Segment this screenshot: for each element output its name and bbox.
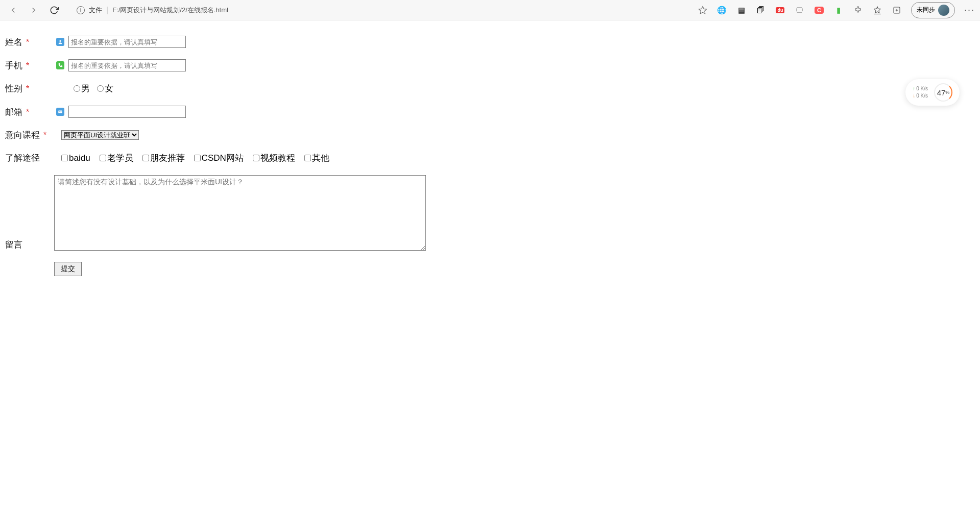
row-submit: 提交 [5,262,975,276]
address-url: F:/网页设计与网站规划/2/在线报名.html [112,6,228,15]
radio-female-label[interactable]: 女 [97,83,113,94]
radio-male-label[interactable]: 男 [74,83,90,94]
ext-icon-7[interactable]: ▮ [833,5,844,15]
svg-point-6 [59,40,61,42]
ext-icon-5[interactable]: 🖵 [795,5,805,15]
network-widget[interactable]: 0 K/s 0 K/s 47% [905,79,960,106]
ext-icon-3[interactable]: 🗐 [756,5,766,15]
profile-sync-button[interactable]: 未同步 [911,2,955,18]
ext-icon-1[interactable]: 🌐 [717,5,727,15]
favorites-icon[interactable] [872,5,882,15]
address-bar[interactable]: i 文件 | F:/网页设计与网站规划/2/在线报名.html [77,6,228,15]
avatar-icon [938,5,949,16]
row-phone: 手机 * [5,59,975,71]
address-type-label: 文件 [89,6,102,15]
upload-speed: 0 K/s [913,85,928,92]
phone-icon [56,61,64,69]
forward-button[interactable] [26,2,42,18]
collections-icon[interactable] [892,5,902,15]
row-course: 意向课程 * 网页平面UI设计就业班 [5,129,975,141]
user-icon [56,38,64,46]
course-select[interactable]: 网页平面UI设计就业班 [61,130,139,140]
download-speed: 0 K/s [913,92,928,100]
chk-baidu[interactable]: baidu [61,153,90,163]
network-stats: 0 K/s 0 K/s [913,85,928,100]
svg-marker-0 [699,6,706,13]
chk-video[interactable]: 视频教程 [253,152,295,164]
sync-label: 未同步 [917,6,935,14]
radio-male[interactable] [74,85,80,92]
row-gender: 性别 * 男 女 [5,83,975,94]
label-message: 留言 [5,239,56,251]
reload-button[interactable] [46,2,62,18]
more-menu-icon[interactable]: ··· [964,5,975,15]
row-message: 留言 [5,175,975,251]
chk-csdn[interactable]: CSDN网站 [194,152,244,164]
info-icon: i [77,6,85,14]
chk-other[interactable]: 其他 [304,152,329,164]
ext-icon-4[interactable]: du [775,5,785,15]
label-gender: 性别 * [5,83,56,94]
svg-marker-1 [874,7,880,13]
browser-toolbar: i 文件 | F:/网页设计与网站规划/2/在线报名.html 🌐 ▦ 🗐 du… [0,0,980,20]
chk-friend[interactable]: 朋友推荐 [142,152,185,164]
usage-percent: 47% [934,83,952,102]
submit-button[interactable]: 提交 [54,262,82,276]
toolbar-actions: 🌐 ▦ 🗐 du 🖵 C ▮ 未同步 ··· [698,2,975,18]
message-textarea[interactable] [54,175,426,251]
ext-icon-6[interactable]: C [814,5,824,15]
back-button[interactable] [5,2,21,18]
row-source: 了解途径 baidu 老学员 朋友推荐 CSDN网站 视频教程 其他 [5,152,975,164]
extensions-icon[interactable] [853,5,863,15]
favorite-icon[interactable] [698,5,708,15]
label-source: 了解途径 [5,152,56,164]
label-phone: 手机 * [5,60,56,71]
label-course: 意向课程 * [5,129,56,141]
email-input[interactable] [68,106,186,118]
phone-input[interactable] [68,59,186,71]
row-name: 姓名 * [5,36,975,48]
svg-rect-7 [58,111,62,113]
chk-alumni[interactable]: 老学员 [100,152,133,164]
page-content: 姓名 * 手机 * 性别 * 男 女 邮箱 * 意向课程 * 网页平面UI设计就… [0,20,980,303]
label-email: 邮箱 * [5,106,56,118]
radio-female[interactable] [97,85,104,92]
address-separator: | [106,6,108,15]
mail-icon [56,108,64,116]
ext-icon-2[interactable]: ▦ [736,5,747,15]
row-email: 邮箱 * [5,106,975,118]
name-input[interactable] [68,36,186,48]
label-name: 姓名 * [5,36,56,48]
